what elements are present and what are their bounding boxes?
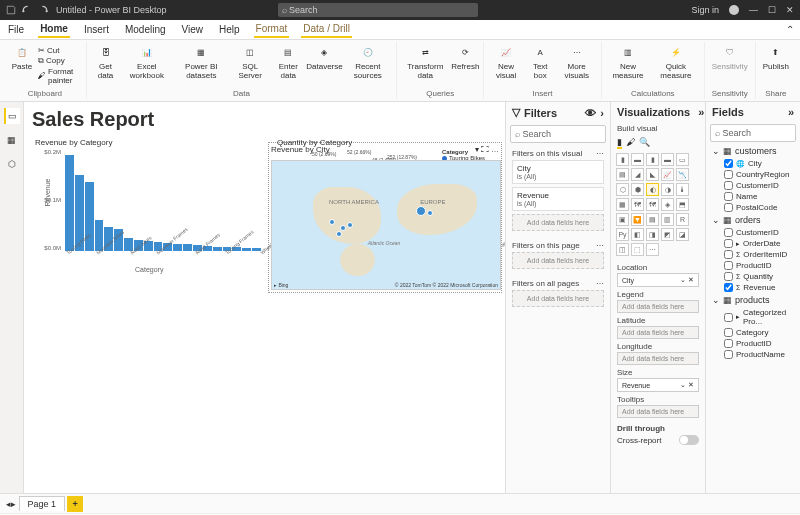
viz-type-button[interactable]: ▥	[661, 213, 674, 226]
size-well[interactable]: Revenue⌄ ✕	[617, 378, 699, 392]
viz-type-button[interactable]: 📉	[676, 168, 689, 181]
transform-data-button[interactable]: ⇄Transform data	[401, 42, 449, 88]
viz-type-button[interactable]: 📈	[661, 168, 674, 181]
viz-type-button[interactable]: ▤	[646, 213, 659, 226]
show-icon[interactable]: 👁	[585, 107, 596, 119]
legend-well[interactable]: Add data fields here	[617, 300, 699, 313]
tab-file[interactable]: File	[6, 22, 26, 37]
titlebar-search[interactable]: ⌕ Search	[278, 3, 478, 17]
viz-type-button[interactable]: ⋯	[646, 243, 659, 256]
build-tab-icon[interactable]: ▮	[617, 137, 622, 149]
viz-type-button[interactable]: ⬡	[616, 183, 629, 196]
undo-icon[interactable]	[22, 5, 32, 15]
field-checkbox[interactable]	[724, 339, 733, 348]
field-node[interactable]: Category	[706, 327, 800, 338]
textbox-button[interactable]: AText box	[526, 42, 555, 88]
more-icon[interactable]: ⋯	[596, 241, 604, 250]
dataverse-button[interactable]: ◈Dataverse	[307, 42, 341, 88]
new-measure-button[interactable]: ▥New measure	[606, 42, 650, 88]
visual-filter-dropzone[interactable]: Add data fields here	[512, 214, 604, 231]
viz-type-button[interactable]: ◢	[631, 168, 644, 181]
field-checkbox[interactable]	[724, 250, 733, 259]
signin-link[interactable]: Sign in	[691, 5, 719, 15]
more-icon[interactable]: ⋯	[596, 279, 604, 288]
field-node[interactable]: Name	[706, 191, 800, 202]
table-node[interactable]: ⌄▦customers	[706, 144, 800, 158]
model-view-icon[interactable]: ⬡	[4, 156, 20, 172]
field-node[interactable]: ProductID	[706, 260, 800, 271]
tooltips-well[interactable]: Add data fields here	[617, 405, 699, 418]
viz-type-button[interactable]: ◈	[661, 198, 674, 211]
location-well[interactable]: City⌄ ✕	[617, 273, 699, 287]
paste-button[interactable]: 📋Paste	[8, 42, 36, 88]
field-checkbox[interactable]	[724, 313, 733, 322]
field-node[interactable]: ΣOrderItemID	[706, 249, 800, 260]
collapse-icon[interactable]: »	[698, 106, 704, 118]
viz-type-button[interactable]: ▬	[661, 153, 674, 166]
viz-type-button[interactable]: R	[676, 213, 689, 226]
field-node[interactable]: ▸Categorized Pro...	[706, 307, 800, 327]
field-node[interactable]: PostalCode	[706, 202, 800, 213]
field-checkbox[interactable]	[724, 350, 733, 359]
sql-button[interactable]: ◫SQL Server	[231, 42, 269, 88]
format-tab-icon[interactable]: 🖌	[626, 137, 635, 149]
viz-type-button[interactable]: ▬	[631, 153, 644, 166]
field-checkbox[interactable]	[724, 283, 733, 292]
filters-search[interactable]: ⌕ Search	[510, 125, 606, 143]
report-view-icon[interactable]: ▭	[4, 108, 20, 124]
excel-button[interactable]: 📊Excel workbook	[122, 42, 171, 88]
viz-type-button[interactable]: ◫	[616, 243, 629, 256]
copy-button[interactable]: ⧉Copy	[38, 56, 82, 66]
field-node[interactable]: ΣRevenue	[706, 282, 800, 293]
redo-icon[interactable]	[38, 5, 48, 15]
collapse-ribbon-icon[interactable]: ⌃	[786, 24, 794, 35]
field-node[interactable]: CustomerID	[706, 180, 800, 191]
viz-type-button[interactable]: ◣	[646, 168, 659, 181]
field-node[interactable]: CountryRegion	[706, 169, 800, 180]
close-icon[interactable]: ✕	[786, 5, 794, 15]
report-canvas[interactable]: Sales Report Revenue by Category $0.2M$0…	[24, 102, 505, 493]
minimize-icon[interactable]: —	[749, 5, 758, 15]
avatar-placeholder-icon[interactable]	[729, 5, 739, 15]
viz-type-button[interactable]: ▦	[616, 198, 629, 211]
page-tab[interactable]: Page 1	[19, 496, 66, 511]
field-checkbox[interactable]	[724, 328, 733, 337]
viz-type-button[interactable]: 🗺	[646, 198, 659, 211]
viz-type-button[interactable]: ◪	[676, 228, 689, 241]
chevron-down-icon[interactable]: ⌄ ✕	[680, 381, 694, 389]
tab-home[interactable]: Home	[38, 21, 70, 38]
data-view-icon[interactable]: ▦	[4, 132, 20, 148]
tab-format[interactable]: Format	[254, 21, 290, 38]
table-node[interactable]: ⌄▦orders	[706, 213, 800, 227]
quick-measure-button[interactable]: ⚡Quick measure	[652, 42, 700, 88]
viz-type-button[interactable]: ⬒	[676, 198, 689, 211]
viz-type-button[interactable]: ▮	[646, 153, 659, 166]
longitude-well[interactable]: Add data fields here	[617, 352, 699, 365]
chevron-down-icon[interactable]: ⌄ ✕	[680, 276, 694, 284]
map-visual[interactable]: Revenue by City▾ ⛶ … NORTH AMERICA EUROP…	[268, 142, 502, 293]
viz-type-button[interactable]: ▤	[616, 168, 629, 181]
format-painter-button[interactable]: 🖌Format painter	[38, 67, 82, 85]
viz-type-button[interactable]: ◧	[631, 228, 644, 241]
viz-type-button[interactable]: 🗺	[631, 198, 644, 211]
more-visuals-button[interactable]: ⋯More visuals	[557, 42, 597, 88]
field-node[interactable]: ΣQuantity	[706, 271, 800, 282]
viz-type-button[interactable]: ▣	[616, 213, 629, 226]
tab-view[interactable]: View	[180, 22, 206, 37]
maximize-icon[interactable]: ☐	[768, 5, 776, 15]
enter-data-button[interactable]: ▤Enter data	[271, 42, 305, 88]
fields-search[interactable]: ⌕ Search	[710, 124, 796, 142]
viz-type-button[interactable]: ⬚	[631, 243, 644, 256]
field-checkbox[interactable]	[724, 170, 733, 179]
field-checkbox[interactable]	[724, 228, 733, 237]
get-data-button[interactable]: 🗄Get data	[91, 42, 121, 88]
page-filter-dropzone[interactable]: Add data fields here	[512, 252, 604, 269]
viz-type-button[interactable]: ▭	[676, 153, 689, 166]
viz-type-button[interactable]: ◩	[661, 228, 674, 241]
add-page-button[interactable]: +	[67, 496, 83, 512]
field-node[interactable]: ProductName	[706, 349, 800, 360]
save-icon[interactable]	[6, 5, 16, 15]
field-node[interactable]: CustomerID	[706, 227, 800, 238]
field-checkbox[interactable]	[724, 159, 733, 168]
next-page-icon[interactable]: ▸	[11, 499, 16, 509]
